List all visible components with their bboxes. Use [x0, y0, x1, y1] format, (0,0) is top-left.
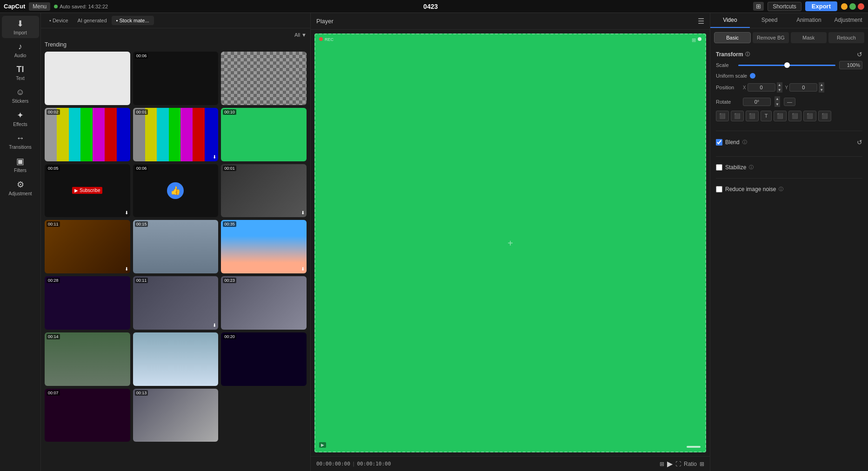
download-icon: ⬇ [125, 210, 128, 215]
tab-speed[interactable]: Speed [750, 13, 789, 28]
align-text-btn[interactable]: T [761, 111, 772, 121]
media-thumb-13[interactable]: 00:28 [45, 276, 130, 330]
media-thumb-19[interactable]: 00:07 [45, 389, 130, 442]
player-timecode-label: ▶ [319, 441, 326, 448]
transform-reset-button[interactable]: ↺ [857, 51, 862, 58]
export-button[interactable]: Export [805, 1, 837, 11]
toolbar-filters[interactable]: ▣ Filters [2, 153, 39, 176]
media-thumb-20[interactable]: 00:13 [133, 389, 219, 442]
grid-overlay-button[interactable]: ⊞ [660, 461, 664, 467]
media-thumb-3[interactable] [221, 52, 307, 105]
toolbar-import[interactable]: ⬇ Import [2, 16, 39, 38]
expand-button[interactable]: ⊞ [700, 461, 704, 467]
media-thumb-16[interactable]: 00:14 [45, 332, 130, 386]
source-stock[interactable]: • Stock mate... [112, 16, 154, 25]
thumb-duration: 00:23 [223, 278, 236, 283]
thumb-duration: 00:35 [223, 221, 236, 227]
media-thumb-15[interactable]: 00:23 [221, 276, 307, 330]
source-device[interactable]: • Device [45, 16, 73, 25]
pos-x-up[interactable]: ▲ [777, 82, 782, 87]
position-y-input[interactable] [789, 83, 817, 92]
minimize-button[interactable] [841, 3, 848, 10]
download-icon: ⬇ [301, 210, 305, 215]
align-left-btn[interactable]: ⬛ [716, 111, 729, 121]
scale-input[interactable] [839, 61, 862, 69]
maximize-button[interactable] [849, 3, 856, 10]
subtab-remove-bg[interactable]: Remove BG [753, 32, 788, 43]
subtab-basic[interactable]: Basic [714, 32, 751, 43]
ratio-button[interactable]: Ratio [684, 461, 697, 467]
pos-y-down[interactable]: ▼ [819, 87, 824, 93]
toolbar-audio[interactable]: ♪ Audio [2, 39, 39, 61]
section-divider-1 [716, 131, 862, 131]
import-label: Import [13, 30, 27, 35]
subtab-retouch[interactable]: Retouch [828, 32, 864, 43]
shortcuts-button[interactable]: Shortcuts [768, 2, 801, 11]
toolbar-stickers[interactable]: ☺ Stickers [2, 85, 39, 106]
play-button[interactable]: ▶ [667, 459, 673, 468]
auto-saved-status: Auto saved: 14:32:22 [54, 4, 108, 9]
tab-video[interactable]: Video [710, 13, 750, 28]
close-button[interactable] [858, 3, 864, 10]
download-icon: ⬇ [301, 266, 305, 272]
align-right-btn[interactable]: ⬛ [746, 111, 759, 121]
reduce-noise-checkbox[interactable] [716, 186, 722, 192]
media-thumb-14[interactable]: 00:11 ⬇ [133, 276, 219, 330]
thumb-duration: 00:06 [135, 166, 148, 171]
blend-section: Blend ⓘ ↺ [716, 139, 862, 149]
rotate-mirror-button[interactable]: — [784, 98, 795, 106]
media-thumb-12[interactable]: 00:35 ⬇ [221, 220, 307, 273]
corner-icon-expand: ⊞ [692, 37, 696, 43]
align-center-h-btn[interactable]: ⬛ [731, 111, 744, 121]
blend-reset-button[interactable]: ↺ [857, 139, 862, 146]
tab-adjustment[interactable]: Adjustment [828, 13, 868, 28]
app-logo: CapCut [4, 3, 25, 10]
adjustment-label: Adjustment [8, 191, 32, 196]
align-extra-btn[interactable]: ⬛ [818, 111, 831, 121]
position-x-input[interactable] [748, 83, 775, 92]
rotate-input[interactable] [743, 98, 771, 106]
media-thumb-17[interactable] [133, 332, 219, 386]
scale-slider[interactable] [738, 65, 835, 66]
media-thumb-18[interactable]: 00:20 [221, 332, 307, 386]
subtab-mask[interactable]: Mask [791, 32, 827, 43]
rotate-up[interactable]: ▲ [775, 96, 780, 101]
player-progress-bar [687, 446, 701, 448]
player-menu-button[interactable]: ☰ [698, 17, 704, 26]
filter-button[interactable]: All ▼ [294, 32, 307, 38]
menu-button[interactable]: Menu [29, 2, 50, 11]
audio-label: Audio [14, 53, 27, 58]
source-ai[interactable]: AI generated [73, 16, 112, 25]
tab-animation[interactable]: Animation [789, 13, 829, 28]
align-center-v-btn[interactable]: ⬛ [788, 111, 801, 121]
toolbar-transitions[interactable]: ↔ Transitions [2, 131, 39, 153]
media-thumb-10[interactable]: 00:11 ⬇ [45, 220, 130, 273]
media-thumb-9[interactable]: 00:01 ⬇ [221, 164, 307, 218]
transitions-icon: ↔ [16, 133, 25, 143]
align-bottom-btn[interactable]: ⬛ [803, 111, 816, 121]
media-thumb-8[interactable]: 00:06 👍 [133, 164, 219, 218]
x-axis-label: X [743, 85, 746, 90]
media-thumb-6[interactable]: 00:10 [221, 108, 307, 161]
media-thumb-4[interactable]: 00:02 [45, 108, 130, 161]
uniform-scale-toggle[interactable] [750, 73, 755, 79]
media-thumb-11[interactable]: 00:15 [133, 220, 219, 273]
pos-y-up[interactable]: ▲ [819, 82, 824, 87]
thumb-duration: 00:07 [47, 390, 60, 396]
media-thumb-1[interactable] [45, 52, 130, 105]
fullscreen-button[interactable]: ⛶ [675, 461, 681, 467]
rotate-down[interactable]: ▼ [775, 102, 780, 107]
media-thumb-7[interactable]: 00:05 ▶ Subscribe ⬇ [45, 164, 130, 218]
toolbar-effects[interactable]: ✦ Effects [2, 107, 39, 130]
thumb-duration: 00:10 [223, 109, 236, 115]
toolbar-text[interactable]: TI Text [2, 62, 39, 84]
media-thumb-5[interactable]: 00:01 ⬇ [133, 108, 219, 161]
media-thumb-2[interactable]: 00:06 [133, 52, 219, 105]
reduce-noise-label: Reduce image noise [725, 186, 776, 192]
blend-checkbox[interactable] [716, 139, 722, 146]
align-top-btn[interactable]: ⬛ [774, 111, 787, 121]
toolbar-adjustment[interactable]: ⚙ Adjustment [2, 177, 39, 199]
stabilize-checkbox[interactable] [716, 164, 722, 171]
grid-view-button[interactable]: ⊞ [753, 2, 764, 11]
pos-x-down[interactable]: ▼ [777, 87, 782, 93]
